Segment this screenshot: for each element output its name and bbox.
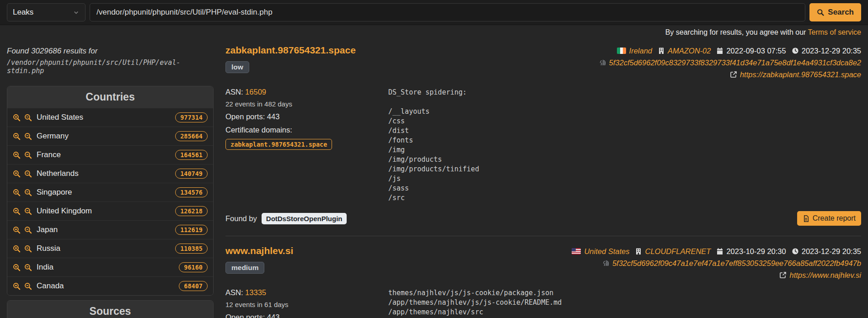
last-seen-date: 2023-12-29 20:35 [802,47,861,55]
country-name: Japan [37,225,58,234]
country-row[interactable]: Singapore 134576 [7,183,213,201]
country-link[interactable]: Ireland [629,47,652,55]
search-query-text: /vendor/phpunit/phpunit/src/Util/PHP/eva… [7,58,214,75]
country-name: Netherlands [37,169,79,178]
country-count-badge: 164561 [175,150,208,160]
result-title-link[interactable]: zabkaplant.987654321.space [225,45,356,56]
zoom-in-icon[interactable] [13,264,21,271]
zoom-in-icon[interactable] [13,114,21,122]
country-count-badge: 977314 [175,112,208,122]
country-count-badge: 134576 [175,187,208,197]
country-row[interactable]: India 96160 [7,258,213,276]
results-count-text: Found 3029686 results for [7,47,214,56]
zoom-in-icon[interactable] [13,282,21,290]
zoom-out-icon[interactable] [24,264,32,271]
result-url-link[interactable]: https://zabkaplant.987654321.space [740,70,861,79]
country-count-badge: 110385 [175,244,208,254]
country-row[interactable]: Canada 68407 [7,276,213,295]
countries-panel: Countries United States 977314 Germany 2… [7,86,214,296]
card-divider [225,236,861,236]
first-seen-date: 2022-09-03 07:55 [726,47,786,55]
search-button-label: Search [828,8,854,17]
result-url-link[interactable]: https://www.najhlev.si [789,271,861,279]
severity-badge: medium [225,262,264,274]
open-ports: Open ports: 443 [225,112,388,121]
search-category-select[interactable]: Leaks [7,3,86,21]
search-input[interactable] [90,3,805,21]
zoom-in-icon[interactable] [13,226,21,234]
country-name: Canada [37,281,64,291]
cert-domains-label: Certificate domains: [225,126,388,134]
zoom-in-icon[interactable] [13,207,21,215]
asn-label: ASN: [225,88,243,96]
fingerprint-link[interactable]: 5f32cf5d6962f09c8329733f8329733f41d34e71… [609,58,861,67]
fingerprint-link[interactable]: 5f32cf5d6962f09c47a1e7ef47a1e7eff8530532… [612,259,861,267]
country-count-badge: 96160 [179,262,208,272]
result-card: zabkaplant.987654321.space low IrelandAM… [225,45,861,226]
create-report-button[interactable]: Create report [797,211,861,226]
terms-of-service-link[interactable]: Terms of service [808,28,861,36]
result-card: www.najhlev.si medium United StatesCLOUD… [225,245,861,318]
zoom-in-icon[interactable] [13,170,21,178]
result-meta: IrelandAMAZON-022022-09-03 07:552023-12-… [599,45,861,80]
country-row[interactable]: France 164561 [7,145,213,164]
asn-link[interactable]: 13335 [245,288,266,297]
country-count-badge: 68407 [179,281,208,291]
zoom-in-icon[interactable] [13,245,21,253]
zoom-out-icon[interactable] [24,282,32,290]
country-row[interactable]: Russia 110385 [7,239,213,258]
country-row[interactable]: Japan 112619 [7,220,213,239]
zoom-out-icon[interactable] [24,226,32,234]
open-ports: Open ports: 443 [225,313,388,318]
country-row[interactable]: United States 977314 [7,108,213,127]
country-count-badge: 285664 [175,131,208,141]
organization-link[interactable]: CLOUDFLARENET [645,247,711,255]
country-count-badge: 140749 [175,169,208,179]
create-report-label: Create report [813,214,856,223]
country-name: Russia [37,244,60,253]
zoom-out-icon[interactable] [24,189,32,196]
report-file-icon [803,215,809,222]
asn-link[interactable]: 16509 [245,88,266,96]
zoom-out-icon[interactable] [24,132,32,140]
zoom-out-icon[interactable] [24,245,32,253]
sources-panel-title: Sources [7,301,213,318]
country-row[interactable]: Germany 285664 [7,127,213,145]
zoom-out-icon[interactable] [24,151,32,159]
united-states-flag-icon [572,248,581,254]
country-count-badge: 112619 [175,225,208,235]
clock-icon [792,47,799,54]
zoom-in-icon[interactable] [13,189,21,196]
cert-domain-badge[interactable]: zabkaplant.987654321.space [225,139,332,150]
terms-line: By searching for results, you agree with… [0,25,868,37]
plugin-badge[interactable]: DotDsStoreOpenPlugin [262,213,347,224]
result-title-link[interactable]: www.najhlev.si [225,245,293,256]
search-icon [817,9,824,16]
zoom-in-icon[interactable] [13,151,21,159]
events-summary: 22 events in 482 days [225,100,388,108]
calendar-icon [716,47,723,54]
ireland-flag-icon [617,48,626,54]
country-name: India [37,263,54,272]
countries-panel-title: Countries [7,86,213,108]
country-name: United States [37,113,83,122]
severity-badge: low [225,61,249,73]
clock-icon [792,248,799,255]
organization-link[interactable]: AMAZON-02 [668,47,711,55]
search-form: Leaks Search [7,3,861,21]
country-name: France [37,150,61,159]
facets-sidebar: Found 3029686 results for /vendor/phpuni… [7,42,214,318]
country-link[interactable]: United States [584,247,629,255]
country-row[interactable]: United Kingdom 126218 [7,201,213,220]
external-link-icon [779,271,787,279]
results-list: zabkaplant.987654321.space low IrelandAM… [225,42,861,318]
zoom-in-icon[interactable] [13,132,21,140]
zoom-out-icon[interactable] [24,207,32,215]
search-button[interactable]: Search [809,3,861,21]
asn-label: ASN: [225,288,243,297]
zoom-out-icon[interactable] [24,170,32,178]
country-name: Singapore [37,188,72,197]
country-row[interactable]: Netherlands 140749 [7,164,213,183]
zoom-out-icon[interactable] [24,114,32,122]
sources-panel: Sources [7,300,214,318]
